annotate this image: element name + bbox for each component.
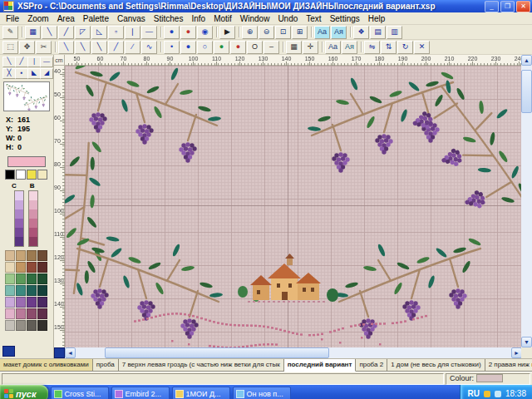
palette-color-4[interactable] [5, 262, 15, 273]
quick-color-3[interactable] [37, 170, 47, 180]
palette-color-22[interactable] [27, 308, 37, 319]
taskbar-task-1[interactable]: Embird 2... [111, 387, 170, 399]
menu-info[interactable]: Info [187, 14, 209, 23]
direction-horizontal[interactable]: — [40, 57, 53, 67]
tray-app-icon[interactable] [495, 391, 501, 397]
palette-color-17[interactable] [16, 297, 26, 308]
scroll-left-button[interactable]: ◄ [65, 347, 76, 358]
palette-color-10[interactable] [27, 273, 37, 284]
knot-small-tool[interactable]: • [164, 41, 180, 54]
strip-c-color-1[interactable] [15, 200, 23, 209]
strip-c-color-4[interactable] [15, 228, 23, 237]
horizontal-stitch-tool[interactable]: — [141, 26, 157, 39]
palette-color-19[interactable] [37, 297, 47, 308]
tab-4[interactable]: проба 2 [356, 359, 387, 372]
full-stitch-tool[interactable]: ▦ [25, 26, 41, 39]
red-dot-tool[interactable]: ● [230, 41, 246, 54]
menu-zoom[interactable]: Zoom [23, 14, 53, 23]
palette-color-0[interactable] [5, 250, 15, 261]
strip-b-color-3[interactable] [29, 219, 37, 228]
palette-color-1[interactable] [16, 250, 26, 261]
strip-c-color-5[interactable] [15, 237, 23, 246]
vertical-scrollbar[interactable]: ▲ ▼ [521, 55, 532, 347]
eyelet-tool[interactable]: ◉ [197, 26, 213, 39]
tab-0[interactable]: макет домик с оливковками [0, 359, 93, 372]
direction-vertical[interactable]: ❘ [27, 57, 41, 67]
language-indicator[interactable]: RU [468, 389, 480, 398]
selected-color-swatch[interactable] [7, 156, 46, 167]
quick-color-1[interactable] [16, 170, 26, 180]
font-cyrillic-tool[interactable]: Aя [342, 41, 357, 54]
strip-b-color-4[interactable] [29, 228, 37, 237]
scroll-down-button[interactable]: ▼ [521, 337, 532, 347]
menu-text[interactable]: Text [302, 14, 325, 23]
taskbar-task-2[interactable]: 1МОИ Д... [172, 387, 230, 399]
petite-stitch-tool[interactable]: ▫ [108, 26, 124, 39]
palette-color-27[interactable] [37, 320, 47, 331]
vertical-scroll-thumb[interactable] [521, 70, 532, 113]
backstitch-med-tool[interactable]: ╲ [75, 41, 91, 54]
palette-color-21[interactable] [16, 308, 26, 319]
direction-down-right[interactable]: ╲ [2, 57, 16, 67]
palette-color-8[interactable] [5, 273, 15, 284]
strip-b-color-2[interactable] [29, 209, 37, 219]
zoom-out-tool[interactable]: ⊖ [259, 26, 274, 39]
taskbar-task-3[interactable]: Он нов п... [233, 387, 291, 399]
quarter-stitch-tool[interactable]: ◸ [75, 26, 91, 39]
backstitch-thick-tool[interactable]: ╲ [91, 41, 107, 54]
pan-corner-button[interactable] [54, 347, 65, 358]
menu-motif[interactable]: Motif [209, 14, 236, 23]
strip-b-color-5[interactable] [29, 237, 37, 246]
taskbar-task-0[interactable]: Cross Sti... [51, 387, 109, 399]
tab-1[interactable]: проба [93, 359, 119, 372]
grid-toggle[interactable]: ▦ [286, 41, 302, 54]
palette-color-12[interactable] [5, 285, 15, 296]
palette-color-9[interactable] [16, 273, 26, 284]
motif-tool[interactable]: ❖ [353, 26, 369, 39]
zoom-fit-tool[interactable]: ⊡ [275, 26, 291, 39]
three-quarter-stitch-tool[interactable]: ◺ [91, 26, 107, 39]
palette-color-25[interactable] [16, 320, 26, 331]
maximize-button[interactable]: ❐ [500, 1, 515, 12]
palette-color-6[interactable] [27, 262, 37, 273]
menu-undo[interactable]: Undo [273, 14, 302, 23]
direction-corner-right[interactable]: ◢ [40, 68, 53, 79]
menu-area[interactable]: Area [53, 14, 79, 23]
text-cyrillic-tool[interactable]: Aя [331, 26, 347, 39]
dash-tool[interactable]: – [264, 41, 279, 54]
palette-color-20[interactable] [5, 308, 15, 319]
green-dot-tool[interactable]: ● [214, 41, 229, 54]
direction-dot[interactable]: ▪ [15, 68, 28, 79]
vertical-stitch-tool[interactable]: ❘ [125, 26, 140, 39]
french-knot-tool[interactable]: ● [164, 26, 180, 39]
menu-help[interactable]: Help [364, 14, 390, 23]
palette-color-16[interactable] [5, 297, 15, 308]
move-tool[interactable]: ✥ [19, 41, 35, 54]
bead-tool[interactable]: ● [180, 26, 196, 39]
tab-5[interactable]: 1 дом (не весь для стыковки) [387, 359, 485, 372]
menu-stitches[interactable]: Stitches [150, 14, 188, 23]
quick-color-2[interactable] [27, 170, 37, 180]
palette-color-15[interactable] [37, 285, 47, 296]
tab-6[interactable]: 2 правая ниж гр. [485, 359, 532, 372]
library-tool[interactable]: ▤ [370, 26, 386, 39]
strip-c-color-3[interactable] [15, 219, 23, 228]
scroll-right-button[interactable]: ► [511, 347, 522, 358]
direction-up-right[interactable]: ╱ [15, 57, 28, 67]
start-button[interactable]: пуск [0, 385, 48, 399]
palette-color-11[interactable] [37, 273, 47, 284]
menu-file[interactable]: File [2, 14, 23, 23]
palette-color-5[interactable] [16, 262, 26, 273]
palette-color-26[interactable] [27, 320, 37, 331]
flip-vertical-tool[interactable]: ⇅ [381, 41, 397, 54]
tray-shield-icon[interactable] [484, 391, 490, 397]
menu-palette[interactable]: Palette [79, 14, 113, 23]
menu-settings[interactable]: Settings [326, 14, 364, 23]
tab-3[interactable]: последний вариант [284, 359, 357, 372]
knot-large-tool[interactable]: ● [180, 41, 196, 54]
direction-cross[interactable]: ╳ [2, 68, 16, 79]
palette-color-7[interactable] [37, 262, 47, 273]
quick-color-0[interactable] [5, 170, 15, 180]
delete-stitch-tool[interactable]: ✕ [414, 41, 430, 54]
strip-b-color-1[interactable] [29, 200, 37, 209]
